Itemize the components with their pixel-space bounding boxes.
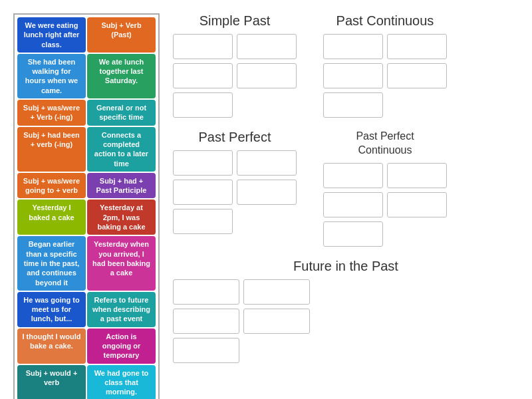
left-panel: We were eating lunch right after class. … [13,13,160,399]
past-perfect-section: Past Perfect [173,130,297,247]
future-in-past-section: Future in the Past [173,259,519,363]
fip-row-3 [173,338,519,363]
simple-past-row-3 [173,92,297,118]
past-continuous-row-1 [323,34,447,59]
tile-subj-had-been[interactable]: Subj + had been + verb (-ing) [17,127,86,172]
tile-subj-would-verb[interactable]: Subj + would + verb [17,365,86,399]
drop-box[interactable] [173,279,239,305]
tile-row-5: Subj + was/were going to + verb Subj + h… [17,173,156,199]
tile-action-ongoing[interactable]: Action is ongoing or temporary [87,329,156,364]
tile-general-not-specific[interactable]: General or not specific time [87,100,156,126]
ppc-row-1 [323,163,447,188]
tile-refers-future[interactable]: Refers to future when describing a past … [87,292,156,327]
past-continuous-grid [323,34,447,118]
past-perfect-continuous-grid [323,163,447,247]
drop-box[interactable] [243,279,310,305]
drop-box[interactable] [323,92,383,118]
tile-row-10: Subj + would + verb We had gone to class… [17,365,156,399]
past-perfect-grid [173,150,297,234]
drop-box[interactable] [323,63,383,88]
past-perfect-row-2 [173,180,297,205]
tile-we-were-eating[interactable]: We were eating lunch right after class. [17,17,86,53]
tile-row-2: She had been walking for hours when we c… [17,54,156,98]
tile-began-earlier[interactable]: Began earlier than a specific time in th… [17,236,86,290]
tile-row-9: I thought I would bake a cake. Action is… [17,329,156,364]
drop-box[interactable] [387,34,447,59]
simple-past-section: Simple Past [173,13,297,118]
tile-row-6: Yesterday I baked a cake Yesterday at 2p… [17,200,156,235]
tile-subj-verb-past[interactable]: Subj + Verb (Past) [87,17,156,53]
fip-row-1 [173,279,519,305]
simple-past-row-2 [173,63,297,88]
bottom-section: Future in the Past [173,259,519,363]
tile-yesterday-2pm-baking[interactable]: Yesterday at 2pm, I was baking a cake [87,200,156,235]
ppc-row-3 [323,221,447,247]
drop-box[interactable] [387,63,447,88]
past-continuous-row-3 [323,92,447,118]
future-in-past-title: Future in the Past [173,259,519,274]
tile-yesterday-baked[interactable]: Yesterday I baked a cake [17,200,86,235]
tile-we-ate-lunch[interactable]: We ate lunch together last Saturday. [87,54,156,98]
drop-box[interactable] [173,180,233,205]
tile-connects-completed[interactable]: Connects a completed action to a later t… [87,127,156,172]
drop-box[interactable] [173,150,233,176]
tile-subj-wasware-verb-ing[interactable]: Subj + was/were + Verb (-ing) [17,100,86,126]
drop-box[interactable] [323,192,383,217]
right-panel: Simple Past Past Cont [173,13,519,399]
drop-box[interactable] [237,63,297,88]
tile-subj-wasware-going[interactable]: Subj + was/were going to + verb [17,173,86,199]
simple-past-title: Simple Past [173,13,297,29]
drop-box[interactable] [173,92,233,118]
drop-box[interactable] [237,150,297,176]
past-continuous-row-2 [323,63,447,88]
simple-past-grid [173,34,297,118]
drop-box[interactable] [173,34,233,59]
simple-past-row-1 [173,34,297,59]
tile-i-thought-would[interactable]: I thought I would bake a cake. [17,329,86,364]
drop-box[interactable] [173,63,233,88]
past-perfect-row-1 [173,150,297,176]
fip-row-2 [173,309,519,334]
top-sections: Simple Past Past Cont [173,13,519,118]
tile-she-had-been[interactable]: She had been walking for hours when we c… [17,54,86,98]
tile-row-3: Subj + was/were + Verb (-ing) General or… [17,100,156,126]
past-perfect-continuous-title: Past PerfectContinuous [323,130,447,158]
drop-box[interactable] [173,338,239,363]
tile-row-1: We were eating lunch right after class. … [17,17,156,53]
past-perfect-title: Past Perfect [173,130,297,145]
middle-sections: Past Perfect Past Per [173,130,519,247]
drop-box[interactable] [323,34,383,59]
ppc-row-2 [323,192,447,217]
tile-subj-had-past-participle[interactable]: Subj + had + Past Participle [87,173,156,199]
drop-box[interactable] [387,163,447,188]
future-in-past-grid [173,279,519,363]
past-perfect-continuous-section: Past PerfectContinuous [323,130,447,247]
tile-row-7: Began earlier than a specific time in th… [17,236,156,290]
drop-box[interactable] [237,180,297,205]
tile-row-4: Subj + had been + verb (-ing) Connects a… [17,127,156,172]
drop-box[interactable] [173,209,233,234]
past-continuous-title: Past Continuous [323,13,447,29]
tile-he-was-going[interactable]: He was going to meet us for lunch, but..… [17,292,86,327]
drop-box[interactable] [387,192,447,217]
drop-box[interactable] [323,221,383,247]
drop-box[interactable] [243,309,310,334]
tile-yesterday-arrived[interactable]: Yesterday when you arrived, I had been b… [87,236,156,290]
tile-row-8: He was going to meet us for lunch, but..… [17,292,156,327]
drop-box[interactable] [173,309,239,334]
past-perfect-row-3 [173,209,297,234]
drop-box[interactable] [237,34,297,59]
tile-we-had-gone[interactable]: We had gone to class that morning. [87,365,156,399]
drop-box[interactable] [323,163,383,188]
past-continuous-section: Past Continuous [323,13,447,118]
